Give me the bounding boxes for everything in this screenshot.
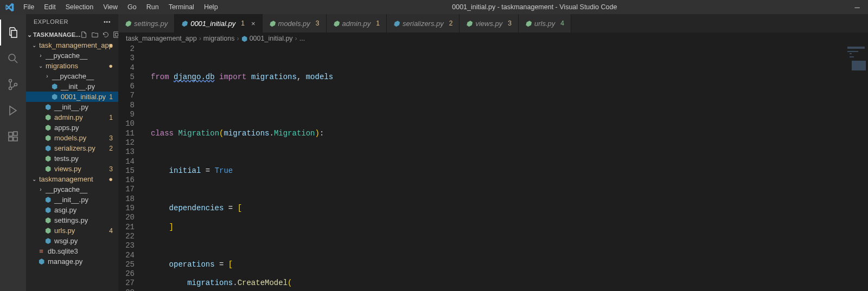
breadcrumb-part[interactable]: 0001_initial.py — [250, 35, 293, 42]
window-minimize-icon[interactable]: ─ — [846, 3, 868, 11]
tree-file-serializers[interactable]: ⬢serializers.py2 — [26, 143, 118, 153]
modified-dot-icon: ● — [108, 62, 113, 70]
activity-run-debug-icon[interactable] — [0, 98, 26, 124]
django-icon: ⬢ — [269, 20, 275, 28]
python-icon: ⬢ — [50, 82, 59, 90]
project-section-header[interactable]: ⌄ TASKMANAGE... — [26, 29, 118, 40]
tab-urls[interactable]: ⬢urls.py4 — [519, 14, 571, 33]
python-icon: ⬢ — [181, 20, 187, 28]
python-icon: ⬢ — [393, 20, 399, 28]
sidebar-more-icon[interactable]: ••• — [104, 18, 111, 25]
vscode-logo-icon — [0, 3, 18, 12]
tree-file-init[interactable]: ⬢__init__.py — [26, 81, 118, 92]
tab-models[interactable]: ⬢models.py3 — [263, 14, 327, 33]
activity-bar — [0, 14, 26, 291]
editor: ⬢settings.py ⬢0001_initial.py1× ⬢models.… — [118, 14, 868, 291]
tree-file-0001-initial[interactable]: ⬢0001_initial.py1 — [26, 92, 118, 102]
tree-file-views[interactable]: ⬢views.py3 — [26, 164, 118, 174]
python-icon: ⬢ — [241, 35, 247, 43]
tree-file-db[interactable]: ≡db.sqlite3 — [26, 246, 118, 256]
tab-settings[interactable]: ⬢settings.py — [118, 14, 175, 33]
django-icon: ⬢ — [43, 113, 52, 121]
tree-folder-taskmanagement[interactable]: ⌄taskmanagement● — [26, 174, 118, 184]
tree-file-init[interactable]: ⬢__init__.py — [26, 102, 118, 112]
tab-views[interactable]: ⬢views.py3 — [459, 14, 519, 33]
menu-file[interactable]: File — [18, 3, 39, 11]
new-file-icon[interactable] — [80, 31, 88, 38]
tree-file-wsgi[interactable]: ⬢wsgi.py — [26, 236, 118, 246]
menu-run[interactable]: Run — [142, 3, 164, 11]
tree-file-manage[interactable]: ⬢manage.py — [26, 256, 118, 267]
modified-dot-icon: ● — [108, 175, 113, 183]
code-lines[interactable]: from django.db import migrations, models… — [151, 44, 868, 291]
breadcrumb[interactable]: task_management_app› migrations› ⬢ 0001_… — [118, 33, 868, 44]
tab-bar: ⬢settings.py ⬢0001_initial.py1× ⬢models.… — [118, 14, 868, 33]
tree-file-tests[interactable]: ⬢tests.py — [26, 153, 118, 164]
django-icon: ⬢ — [43, 165, 52, 173]
django-icon: ⬢ — [333, 20, 339, 28]
activity-source-control-icon[interactable] — [0, 72, 26, 98]
menu-edit[interactable]: Edit — [39, 3, 61, 11]
django-icon: ⬢ — [43, 134, 52, 142]
tree-file-urls[interactable]: ⬢urls.py4 — [26, 225, 118, 236]
activity-explorer-icon[interactable] — [0, 20, 26, 46]
django-icon: ⬢ — [43, 216, 52, 224]
database-icon: ≡ — [37, 247, 46, 255]
python-icon: ⬢ — [37, 257, 46, 266]
django-icon: ⬢ — [43, 154, 52, 163]
breadcrumb-part[interactable]: ... — [299, 35, 305, 42]
svg-rect-7 — [14, 132, 17, 135]
tab-0001-initial[interactable]: ⬢0001_initial.py1× — [175, 14, 262, 33]
tree-folder-migrations[interactable]: ⌄migrations● — [26, 61, 118, 71]
menubar: File Edit Selection View Go Run Terminal… — [18, 3, 223, 11]
tab-admin[interactable]: ⬢admin.py1 — [327, 14, 387, 33]
svg-point-0 — [9, 54, 15, 61]
new-folder-icon[interactable] — [91, 31, 99, 38]
line-gutter: 2345678910111213141516171819202122232425… — [118, 44, 144, 291]
menu-view[interactable]: View — [98, 3, 123, 11]
code-area[interactable]: 2345678910111213141516171819202122232425… — [118, 44, 868, 291]
python-icon: ⬢ — [43, 144, 52, 152]
tree-folder-pycache[interactable]: ›__pycache__ — [26, 50, 118, 61]
breadcrumb-part[interactable]: task_management_app — [126, 35, 197, 42]
tree-file-apps[interactable]: ⬢apps.py — [26, 122, 118, 133]
svg-rect-6 — [14, 137, 17, 141]
django-icon: ⬢ — [43, 227, 52, 235]
project-name: TASKMANAGE... — [33, 31, 80, 38]
svg-point-2 — [9, 87, 12, 90]
python-icon: ⬢ — [43, 237, 52, 245]
python-icon: ⬢ — [43, 196, 52, 204]
menu-terminal[interactable]: Terminal — [164, 3, 199, 11]
breadcrumb-part[interactable]: migrations — [203, 35, 235, 42]
titlebar: File Edit Selection View Go Run Terminal… — [0, 0, 868, 14]
menu-go[interactable]: Go — [123, 3, 142, 11]
django-icon: ⬢ — [43, 124, 52, 132]
activity-search-icon[interactable] — [0, 46, 26, 72]
tree-file-admin[interactable]: ⬢admin.py1 — [26, 112, 118, 122]
tree-folder-app[interactable]: ⌄task_management_app● — [26, 40, 118, 50]
refresh-icon[interactable] — [102, 31, 110, 38]
sidebar-header: EXPLORER ••• — [26, 14, 118, 29]
minimap[interactable] — [840, 44, 868, 291]
python-icon: ⬢ — [50, 93, 59, 101]
sidebar-title: EXPLORER — [34, 18, 68, 25]
django-icon: ⬢ — [125, 20, 131, 28]
tree-file-models[interactable]: ⬢models.py3 — [26, 133, 118, 143]
python-icon: ⬢ — [43, 206, 52, 214]
activity-extensions-icon[interactable] — [0, 124, 26, 150]
tree-file-settings[interactable]: ⬢settings.py — [26, 215, 118, 225]
tree-folder-pycache[interactable]: ›__pycache__ — [26, 71, 118, 81]
window-title: 0001_initial.py - taskmanagement - Visua… — [223, 3, 846, 11]
django-icon: ⬢ — [466, 20, 472, 28]
sidebar: EXPLORER ••• ⌄ TASKMANAGE... ⌄task_manag… — [26, 14, 118, 291]
tree-file-init[interactable]: ⬢__init__.py — [26, 195, 118, 205]
modified-dot-icon: ● — [108, 41, 113, 49]
tree-folder-pycache[interactable]: ›__pycache__ — [26, 184, 118, 195]
svg-rect-5 — [9, 137, 12, 141]
tree-file-asgi[interactable]: ⬢asgi.py — [26, 205, 118, 215]
close-icon[interactable]: × — [251, 20, 256, 28]
django-icon: ⬢ — [525, 20, 531, 28]
tab-serializers[interactable]: ⬢serializers.py2 — [387, 14, 460, 33]
menu-selection[interactable]: Selection — [61, 3, 98, 11]
menu-help[interactable]: Help — [199, 3, 223, 11]
